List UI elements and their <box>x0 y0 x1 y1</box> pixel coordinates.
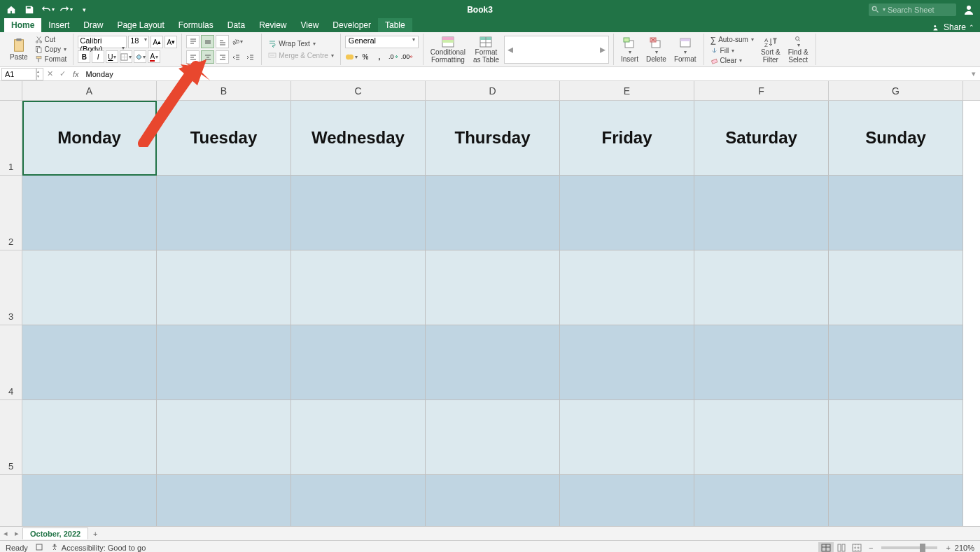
cell-c3[interactable] <box>291 250 426 325</box>
align-center-button[interactable] <box>201 50 214 64</box>
percent-button[interactable]: % <box>359 50 372 63</box>
cell-c2[interactable] <box>291 176 426 250</box>
insert-cells-button[interactable]: ▾ Insert <box>618 34 641 65</box>
increase-indent-button[interactable] <box>244 51 257 64</box>
tab-home[interactable]: Home <box>4 18 41 32</box>
cell-a2[interactable] <box>22 176 157 250</box>
macro-icon[interactable] <box>35 543 43 553</box>
tab-data[interactable]: Data <box>220 18 252 32</box>
cell-c5[interactable] <box>291 400 426 475</box>
wrap-text-button[interactable]: Wrap Text▾ <box>266 38 336 48</box>
row-header-2[interactable]: 2 <box>0 176 22 250</box>
fill-color-button[interactable]: ▾ <box>134 50 146 63</box>
row-header-5[interactable]: 5 <box>0 400 22 475</box>
cell-f3[interactable] <box>694 250 829 325</box>
copy-button[interactable]: Copy▾ <box>33 45 69 54</box>
increase-decimal-button[interactable]: .0 <box>387 50 400 63</box>
zoom-slider[interactable] <box>881 546 937 549</box>
cell-b1[interactable]: Tuesday <box>157 101 291 176</box>
italic-button[interactable]: I <box>92 50 104 63</box>
cell-g3[interactable] <box>829 250 963 325</box>
font-color-button[interactable]: A▾ <box>148 50 160 63</box>
cell-d1[interactable]: Thursday <box>426 101 560 176</box>
cell-f1[interactable]: Saturday <box>694 101 829 176</box>
bold-button[interactable]: B <box>78 50 90 63</box>
tab-developer[interactable]: Developer <box>326 18 378 32</box>
search-input[interactable]: ▾ Search Sheet <box>869 3 956 16</box>
view-normal-button[interactable] <box>818 542 834 553</box>
borders-button[interactable]: ▾ <box>120 50 132 63</box>
home-icon[interactable] <box>4 3 18 17</box>
save-icon[interactable] <box>22 3 36 17</box>
cell-e3[interactable] <box>560 250 694 325</box>
cell-d3[interactable] <box>426 250 560 325</box>
cell-a5[interactable] <box>22 400 157 475</box>
cell-g5[interactable] <box>829 400 963 475</box>
currency-button[interactable]: ▾ <box>345 50 358 63</box>
decrease-font-button[interactable]: A▾ <box>164 36 177 48</box>
cell-e1[interactable]: Friday <box>560 101 694 176</box>
cell-f6[interactable] <box>694 475 829 526</box>
fx-icon[interactable]: fx <box>69 70 83 78</box>
underline-button[interactable]: U▾ <box>106 50 118 63</box>
cell-d6[interactable] <box>426 475 560 526</box>
sheet-prev-icon[interactable]: ◂ <box>0 528 11 539</box>
cell-c6[interactable] <box>291 475 426 526</box>
comma-button[interactable]: , <box>373 50 386 63</box>
clear-button[interactable]: Clear▾ <box>708 56 756 65</box>
cell-b6[interactable] <box>157 475 291 526</box>
cell-a3[interactable] <box>22 250 157 325</box>
tab-table[interactable]: Table <box>378 18 412 32</box>
col-header-b[interactable]: B <box>157 81 291 100</box>
cell-d2[interactable] <box>426 176 560 250</box>
col-header-f[interactable]: F <box>694 81 829 100</box>
name-box[interactable]: A1 <box>1 68 36 80</box>
view-page-layout-button[interactable] <box>834 542 849 553</box>
select-all-corner[interactable] <box>0 81 22 101</box>
delete-cells-button[interactable]: ▾ Delete <box>643 34 669 65</box>
cell-a4[interactable] <box>22 325 157 400</box>
expand-formula-icon[interactable]: ▾ <box>967 68 980 80</box>
tab-formulas[interactable]: Formulas <box>172 18 220 32</box>
fill-button[interactable]: Fill▾ <box>708 46 756 55</box>
cell-b5[interactable] <box>157 400 291 475</box>
number-format-select[interactable]: General▾ <box>345 36 419 48</box>
cancel-formula-icon[interactable]: ✕ <box>43 68 56 80</box>
zoom-in-button[interactable]: + <box>946 544 950 552</box>
accessibility-icon[interactable] <box>50 543 59 553</box>
row-header-6[interactable] <box>0 475 22 526</box>
styles-gallery[interactable]: ◂ ▸ <box>504 36 609 64</box>
cell-e4[interactable] <box>560 325 694 400</box>
format-as-table-button[interactable]: Format as Table <box>470 34 502 65</box>
row-header-4[interactable]: 4 <box>0 325 22 400</box>
gallery-next-icon[interactable]: ▸ <box>600 43 606 56</box>
cell-b4[interactable] <box>157 325 291 400</box>
cell-a1[interactable]: Monday <box>22 101 157 176</box>
align-bottom-button[interactable] <box>216 35 229 48</box>
find-select-button[interactable]: ▾ Find & Select <box>785 34 811 65</box>
zoom-level[interactable]: 210% <box>955 544 974 552</box>
cell-f2[interactable] <box>694 176 829 250</box>
orientation-button[interactable]: ab▾ <box>230 36 243 48</box>
cell-g2[interactable] <box>829 176 963 250</box>
cell-e5[interactable] <box>560 400 694 475</box>
view-page-break-button[interactable] <box>849 542 864 553</box>
conditional-formatting-button[interactable]: Conditional Formatting <box>428 34 468 65</box>
align-top-button[interactable] <box>186 35 200 48</box>
accept-formula-icon[interactable]: ✓ <box>56 68 69 80</box>
col-header-e[interactable]: E <box>560 81 694 100</box>
tab-review[interactable]: Review <box>252 18 293 32</box>
gallery-prev-icon[interactable]: ◂ <box>507 43 513 56</box>
tab-view[interactable]: View <box>294 18 326 32</box>
align-left-button[interactable] <box>186 50 200 64</box>
col-header-g[interactable]: G <box>829 81 963 100</box>
undo-icon[interactable]: ▾ <box>41 3 55 17</box>
format-cells-button[interactable]: ▾ Format <box>671 34 699 65</box>
tab-page-layout[interactable]: Page Layout <box>110 18 171 32</box>
cell-g1[interactable]: Sunday <box>829 101 963 176</box>
col-header-c[interactable]: C <box>291 81 426 100</box>
cell-f4[interactable] <box>694 325 829 400</box>
cell-e6[interactable] <box>560 475 694 526</box>
add-sheet-button[interactable]: + <box>88 530 102 538</box>
cell-d4[interactable] <box>426 325 560 400</box>
